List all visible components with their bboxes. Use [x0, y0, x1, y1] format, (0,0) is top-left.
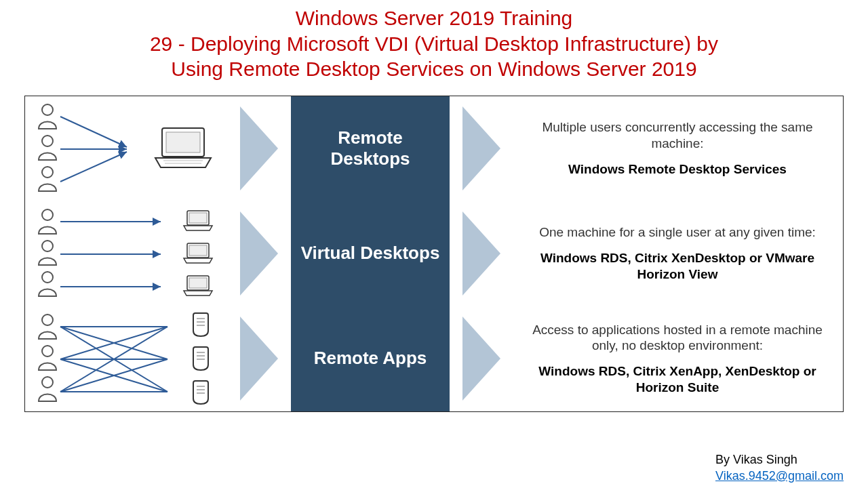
- laptop-icon: [182, 209, 214, 232]
- svg-line-5: [60, 152, 127, 182]
- svg-point-23: [42, 346, 53, 357]
- row2-desc-top: One machine for a single user at any giv…: [539, 224, 816, 241]
- svg-point-1: [42, 136, 53, 146]
- row3-desc-bottom: Windows RDS, Citrix XenApp, XenDesktop o…: [528, 363, 827, 396]
- user-icon: [36, 134, 59, 161]
- svg-point-24: [42, 377, 53, 388]
- svg-rect-21: [189, 278, 207, 288]
- row2-description: One machine for a single user at any giv…: [512, 201, 843, 306]
- row2-desc-bottom: Windows RDS, Citrix XenDesktop or VMware…: [528, 250, 827, 283]
- author-name: By Vikas Singh: [715, 452, 844, 468]
- title-line-1: Windows Server 2019 Training: [20, 5, 848, 31]
- svg-rect-19: [189, 245, 207, 256]
- row-remote-apps: Remote Apps Access to applications hoste…: [25, 306, 843, 411]
- svg-line-28: [60, 327, 167, 359]
- svg-line-31: [60, 359, 167, 392]
- document-icon: [188, 312, 214, 338]
- laptop-icon: [153, 125, 214, 171]
- row1-desc-bottom: Windows Remote Desktop Services: [568, 161, 787, 178]
- row-remote-desktops: Remote Desktops Multiple users concurren…: [25, 96, 843, 201]
- chevron-icon: [451, 306, 512, 411]
- svg-point-22: [42, 314, 53, 325]
- user-icon: [36, 165, 59, 192]
- slide-title: Windows Server 2019 Training 29 - Deploy…: [0, 0, 868, 89]
- row3-illustration: [25, 306, 229, 411]
- chevron-icon: [451, 201, 512, 306]
- row2-illustration: [25, 201, 229, 306]
- chevron-icon: [229, 96, 290, 201]
- chevron-icon: [229, 201, 290, 306]
- row1-label: Remote Desktops: [290, 96, 451, 201]
- user-icon: [36, 375, 59, 403]
- row3-description: Access to applications hosted in a remot…: [512, 306, 843, 411]
- svg-point-12: [42, 272, 53, 283]
- diagram-container: Remote Desktops Multiple users concurren…: [24, 96, 844, 412]
- svg-rect-17: [189, 213, 207, 223]
- document-icon: [188, 346, 214, 371]
- row1-desc-top: Multiple users concurrently accessing th…: [528, 119, 827, 152]
- user-icon: [36, 239, 59, 266]
- title-line-3: Using Remote Desktop Services on Windows…: [20, 56, 848, 82]
- svg-point-10: [42, 209, 53, 220]
- svg-point-0: [42, 104, 53, 115]
- svg-point-2: [42, 167, 53, 178]
- svg-line-32: [60, 327, 167, 392]
- footer-credits: By Vikas Singh Vikas.9452@gmail.com: [715, 452, 844, 484]
- svg-line-3: [60, 117, 127, 147]
- document-icon: [188, 380, 214, 405]
- row1-illustration: [25, 96, 229, 201]
- svg-line-29: [60, 327, 167, 392]
- user-icon: [36, 313, 59, 340]
- svg-line-30: [60, 327, 167, 359]
- user-icon: [36, 270, 59, 298]
- user-icon: [36, 208, 59, 235]
- row3-desc-top: Access to applications hosted in a remot…: [528, 322, 827, 354]
- row-virtual-desktops: Virtual Desktops One machine for a singl…: [25, 201, 843, 306]
- svg-line-33: [60, 359, 167, 392]
- laptop-icon: [182, 242, 214, 265]
- row1-description: Multiple users concurrently accessing th…: [512, 96, 843, 201]
- author-email-link[interactable]: Vikas.9452@gmail.com: [715, 469, 844, 483]
- row3-label: Remote Apps: [290, 306, 451, 411]
- row2-label: Virtual Desktops: [290, 201, 451, 306]
- svg-point-11: [42, 241, 53, 251]
- laptop-icon: [182, 274, 214, 298]
- title-line-2: 29 - Deploying Microsoft VDI (Virtual De…: [20, 31, 848, 57]
- svg-rect-7: [166, 132, 200, 152]
- chevron-icon: [229, 306, 290, 411]
- chevron-icon: [451, 96, 512, 201]
- user-icon: [36, 103, 59, 130]
- user-icon: [36, 344, 59, 371]
